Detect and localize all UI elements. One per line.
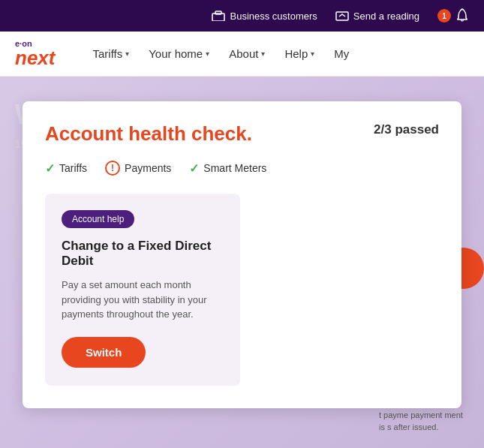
nav-help[interactable]: Help ▾: [277, 43, 322, 65]
check-tariffs: ✓ Tariffs: [45, 161, 87, 176]
bottom-text-content: t payme payment ment is s after issued.: [379, 410, 463, 431]
nav-tariffs[interactable]: Tariffs ▾: [85, 43, 137, 65]
nav-my[interactable]: My: [326, 43, 356, 65]
check-warning-icon: !: [105, 161, 120, 176]
chevron-down-icon: ▾: [125, 50, 129, 58]
modal-score: 2/3 passed: [374, 122, 439, 137]
nav-bar: e·on next Tariffs ▾ Your home ▾ About ▾ …: [0, 32, 484, 77]
send-reading-label: Send a reading: [353, 11, 419, 22]
card-badge: Account help: [62, 210, 134, 228]
check-payments-label: Payments: [125, 162, 171, 174]
account-health-modal: Account health check. 2/3 passed ✓ Tarif…: [23, 101, 461, 408]
nav-your-home[interactable]: Your home ▾: [141, 43, 217, 65]
check-pass-icon: ✓: [189, 161, 199, 176]
nav-about[interactable]: About ▾: [221, 43, 272, 65]
check-smart-meters: ✓ Smart Meters: [189, 161, 266, 176]
send-reading-link[interactable]: Send a reading: [335, 9, 419, 23]
card-title: Change to a Fixed Direct Debit: [62, 239, 224, 269]
notification-count: 1: [437, 9, 451, 23]
modal-title: Account health check.: [45, 122, 252, 146]
nav-tariffs-label: Tariffs: [92, 47, 122, 60]
notification-bell[interactable]: 1: [437, 8, 469, 24]
svg-rect-2: [336, 12, 348, 20]
notification-icon: [455, 8, 469, 24]
top-bar: Business customers Send a reading 1: [0, 0, 484, 32]
bottom-text: t payme payment ment is s after issued.: [379, 410, 469, 433]
chevron-down-icon: ▾: [261, 50, 265, 58]
nav-about-label: About: [229, 47, 258, 60]
business-icon: [212, 9, 225, 23]
svg-rect-1: [215, 11, 221, 14]
modal-header: Account health check. 2/3 passed: [45, 122, 439, 146]
chevron-down-icon: ▾: [311, 50, 314, 58]
nav-items: Tariffs ▾ Your home ▾ About ▾ Help ▾ My: [85, 43, 469, 65]
card-description: Pay a set amount each month providing yo…: [62, 278, 224, 322]
switch-button[interactable]: Switch: [62, 337, 146, 368]
check-tariffs-label: Tariffs: [59, 162, 87, 174]
chevron-down-icon: ▾: [206, 50, 209, 58]
logo[interactable]: e·on next: [15, 40, 55, 68]
modal-checks: ✓ Tariffs ! Payments ✓ Smart Meters: [45, 161, 439, 176]
check-payments: ! Payments: [105, 161, 171, 176]
meter-icon: [335, 9, 349, 23]
nav-your-home-label: Your home: [149, 47, 203, 60]
logo-next: next: [15, 48, 55, 68]
nav-my-label: My: [334, 47, 349, 60]
check-smart-meters-label: Smart Meters: [203, 162, 266, 174]
business-customers-label: Business customers: [230, 11, 317, 22]
business-customers-link[interactable]: Business customers: [212, 9, 317, 23]
recommendation-card: Account help Change to a Fixed Direct De…: [45, 194, 240, 386]
check-pass-icon: ✓: [45, 161, 55, 176]
nav-help-label: Help: [284, 47, 308, 60]
